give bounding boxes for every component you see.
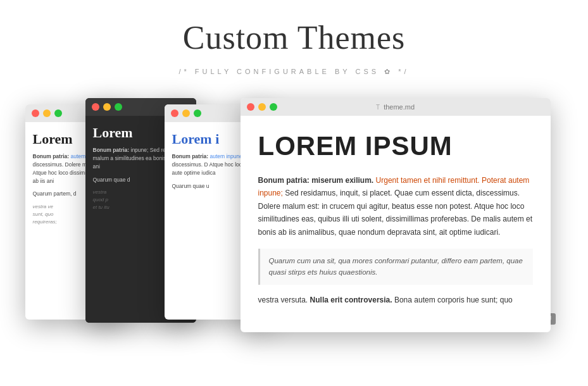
window-4-para1: Bonum patria: miserum exilium. Urgent ta… (258, 174, 533, 239)
dot-yellow-3 (182, 109, 190, 117)
window-3-link: autem inpune; (210, 153, 244, 159)
window-1-body2-text: Quarum partem, d (33, 190, 77, 197)
window-2-bold: Bonum patria: (93, 147, 130, 153)
window-3-bold: Bonum patria: (172, 153, 209, 159)
window-4-para2-start: vestra versuta. (258, 296, 308, 304)
window-4-traffic-lights (247, 103, 277, 111)
subtitle-text: /* FULLY CONFIGURABLE BY CSS ✿ */ (178, 68, 409, 75)
subtitle: /* FULLY CONFIGURABLE BY CSS ✿ */ (178, 68, 409, 76)
dot-green-2 (115, 103, 122, 111)
window-4-para2-bold: Nulla erit controversia. (310, 296, 392, 304)
window-1-bold: Bonum patria: (33, 153, 70, 159)
dot-red-3 (171, 109, 178, 117)
window-4: T theme.md LOREM IPSUM Bonum patria: mis… (241, 98, 551, 332)
page-container: Custom Themes /* FULLY CONFIGURABLE BY C… (0, 0, 588, 386)
window-1-traffic-lights (32, 109, 62, 117)
screenshots-container: Lorem Bonum patria: autem inpune; disces… (25, 98, 563, 332)
window-4-content: LOREM IPSUM Bonum patria: miserum exiliu… (241, 116, 551, 332)
window-4-inner: LOREM IPSUM Bonum patria: miserum exiliu… (241, 116, 551, 332)
dot-yellow (43, 109, 51, 117)
dot-green-3 (194, 109, 201, 117)
dot-green-4 (270, 103, 277, 111)
window-4-para2: vestra versuta. Nulla erit controversia.… (258, 294, 533, 306)
window-4-title: T theme.md (376, 103, 415, 111)
dot-yellow-2 (103, 103, 111, 111)
dot-red-4 (247, 103, 254, 111)
window-3-traffic-lights (171, 109, 201, 117)
window-4-para2-rest: Bona autem corporis hue sunt; quo (394, 296, 513, 304)
dot-green (54, 109, 62, 117)
dot-red (32, 109, 39, 117)
window-4-blockquote-text: Quarum cum una sit, qua mores conformari… (269, 255, 524, 278)
dot-yellow-4 (258, 103, 266, 111)
window-4-large-heading: LOREM IPSUM (258, 131, 533, 161)
window-4-titlebar: T theme.md (241, 98, 551, 116)
window-4-para1-rest: Sed residamus, inquit, si placet. Quae c… (258, 189, 533, 236)
window-4-blockquote: Quarum cum una sit, qua mores conformari… (258, 249, 533, 285)
dot-red-2 (92, 103, 99, 111)
page-title: Custom Themes (183, 19, 405, 56)
window-2-traffic-lights (92, 103, 122, 111)
window-4-para1-bold: Bonum patria: miserum exilium. (258, 176, 374, 185)
